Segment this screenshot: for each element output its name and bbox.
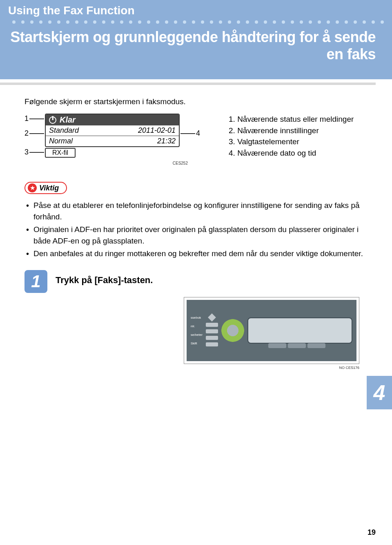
bullet-item: Påse at du etablerer en telefonlinjeforb…	[24, 200, 368, 222]
panel-select-buttons	[268, 343, 325, 348]
callout-3: 3	[24, 148, 29, 156]
subtitle: Startskjerm og grunnleggende håndtering …	[8, 29, 384, 63]
step-title: Trykk på [Faks]-tasten.	[56, 270, 153, 286]
legend-item: 1. Nåværende status eller meldinger	[229, 114, 354, 125]
select-button-icon	[288, 343, 306, 348]
panel-lcd-icon	[247, 317, 352, 344]
main-title: Using the Fax Function	[8, 4, 384, 17]
lcd-time: 21:32	[157, 137, 176, 145]
lcd-figure: 1 2 3 4 Klar Standard 2011-02-01 Normal	[24, 114, 212, 165]
callout-4: 4	[196, 129, 200, 138]
callout-line	[29, 152, 44, 153]
callout-line	[29, 133, 44, 134]
mini-button-icon	[206, 329, 218, 333]
callout-line	[29, 118, 44, 119]
panel-button-column	[206, 315, 218, 346]
legend-item: 2. Nåværende innstillinger	[229, 125, 354, 136]
page-number: 19	[368, 528, 376, 537]
lcd-date: 2011-02-01	[138, 126, 176, 135]
lcd-mode: Standard	[49, 126, 79, 135]
lcd-mode-row: Standard 2011-02-01	[46, 125, 179, 136]
lcd-screen: Klar Standard 2011-02-01 Normal 21:32	[45, 114, 180, 147]
step-number-badge: 1	[24, 270, 47, 293]
legend-item: 4. Nåværende dato og tid	[229, 147, 354, 159]
bullet-item: Den anbefales at du ringer mottakeren og…	[24, 248, 368, 259]
mini-button-icon	[206, 342, 218, 346]
bullet-item: Originalen i ADF-en har prioritet over o…	[24, 224, 368, 246]
diamond-button-icon	[208, 313, 216, 322]
select-button-icon	[268, 343, 286, 348]
lcd-status-row: Klar	[46, 114, 179, 125]
panel-labels: ssebok nlr. se/beter Skift	[191, 316, 203, 345]
select-button-icon	[307, 343, 325, 348]
lcd-rxfile: RX-fil	[45, 148, 76, 158]
lcd-figure-caption: CES252	[24, 161, 188, 165]
lcd-quality: Normal	[49, 137, 73, 145]
star-icon: ★	[28, 183, 37, 192]
mini-button-icon	[206, 323, 218, 327]
lcd-quality-row: Normal 21:32	[46, 136, 179, 146]
legend-item: 3. Valgtastelementer	[229, 136, 354, 147]
decorative-dots	[12, 20, 384, 24]
control-panel-figure: ssebok nlr. se/beter Skift	[184, 297, 359, 370]
chapter-tab: 4	[367, 376, 392, 409]
callout-2: 2	[24, 129, 29, 138]
important-bullets: Påse at du etablerer en telefonlinjeforb…	[24, 200, 368, 259]
panel-figure-caption: NO CES176	[184, 366, 359, 370]
callout-1: 1	[24, 114, 29, 123]
intro-text: Følgende skjerm er startskjermen i faksm…	[24, 97, 368, 106]
important-badge: ★ Viktig	[24, 182, 67, 194]
legend: 1. Nåværende status eller meldinger 2. N…	[229, 114, 354, 165]
nav-wheel-icon	[221, 319, 244, 342]
power-icon	[49, 116, 56, 124]
step-1: 1 Trykk på [Faks]-tasten.	[24, 270, 368, 293]
lcd-status: Klar	[60, 115, 76, 125]
mini-button-icon	[206, 336, 218, 340]
page-header: Using the Fax Function Startskjerm og gr…	[0, 0, 392, 79]
callout-line	[180, 133, 195, 134]
important-label: Viktig	[39, 184, 59, 192]
